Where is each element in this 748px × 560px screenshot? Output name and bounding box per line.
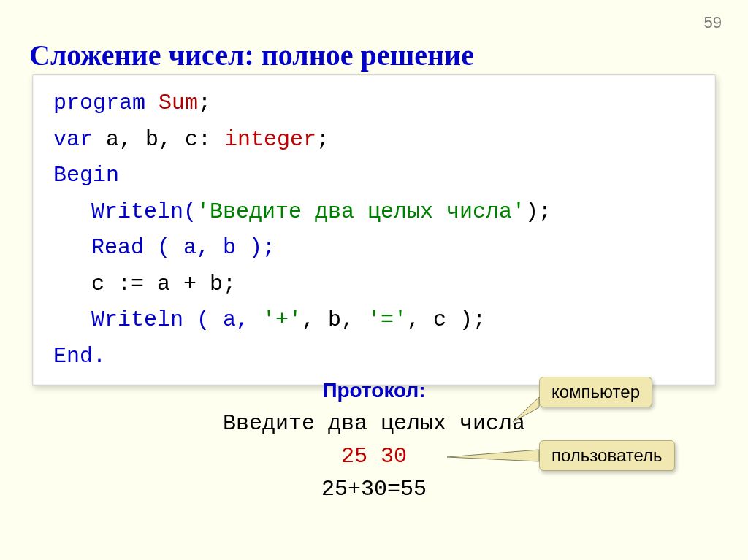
kw-integer: integer [224,127,316,152]
code-line: program Sum; [53,85,695,122]
kw-program: program [53,91,159,115]
code-listing: program Sum; var a, b, c: integer; Begin… [32,74,716,386]
page-number: 59 [704,13,722,32]
protocol-output-line: Введите два целых числа [0,411,748,436]
kw-writeln: Writeln( [91,199,196,224]
code-line: End. [53,339,695,375]
slide-title: Сложение чисел: полное решение [29,38,474,72]
callout-arrow-icon [446,447,555,476]
kw-begin: Begin [53,163,119,188]
svg-marker-0 [513,397,539,422]
code-text: c := a + b; [53,266,236,303]
code-line: c := a + b; [53,266,695,303]
code-line: Writeln('Введите два целых числа'); [53,194,695,231]
str-literal: '+' [262,307,302,332]
code-line: Read ( a, b ); [53,230,695,266]
callout-computer: компьютер [539,377,652,407]
code-text: , c ); [407,307,486,332]
ident-sum: Sum [159,91,198,115]
protocol-result-line: 25+30=55 [0,477,748,502]
code-line: Begin [53,158,695,194]
code-text: ; [198,91,211,115]
svg-marker-1 [447,450,539,461]
code-text: a, b, c: [106,127,224,152]
code-text: ; [316,127,329,152]
code-line: var a, b, c: integer; [53,122,695,158]
kw-var: var [53,127,106,152]
callout-arrow-icon [511,394,555,438]
callout-user: пользователь [539,440,675,471]
code-text: , b, [302,307,367,332]
code-line: Writeln ( a, '+', b, '=', c ); [53,302,695,339]
kw-end: End. [53,344,106,369]
str-literal: '=' [367,307,407,332]
kw-read: Read ( a, b ); [53,230,275,266]
str-literal: 'Введите два целых числа' [196,199,525,224]
kw-writeln: Writeln ( a, [91,307,262,332]
code-text: ); [525,199,552,224]
